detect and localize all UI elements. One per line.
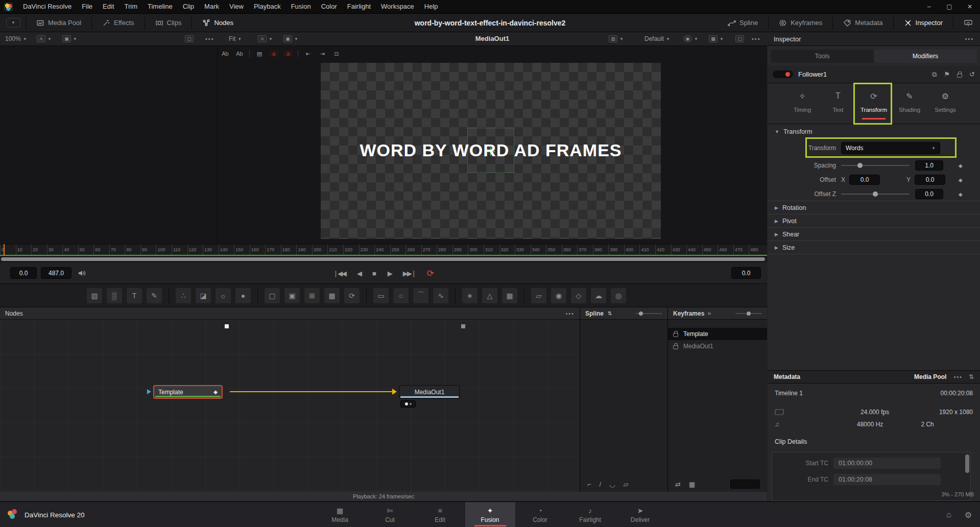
- indent-left-icon[interactable]: ⇤: [303, 51, 313, 57]
- tab-tools[interactable]: Tools: [771, 50, 874, 63]
- page-tab-media[interactable]: ▦Media: [315, 502, 365, 527]
- spline-button[interactable]: Spline: [723, 14, 763, 32]
- section-shear[interactable]: ▶Shear: [768, 227, 980, 241]
- effects-button[interactable]: Effects: [97, 14, 139, 32]
- template-output-connector[interactable]: [225, 324, 229, 328]
- page-tab-deliver[interactable]: ➤Deliver: [615, 502, 665, 527]
- offset-y-value[interactable]: 0.0: [915, 175, 945, 185]
- transform-section-header[interactable]: ▼ Transform: [768, 125, 980, 138]
- gear-icon[interactable]: ⚙: [965, 510, 972, 520]
- lut-dropdown[interactable]: Default▼: [644, 32, 670, 45]
- text-plus-tool[interactable]: T: [127, 288, 142, 303]
- corner-pin-tool[interactable]: ▱: [531, 288, 546, 303]
- viewer-split-divider[interactable]: [217, 46, 218, 244]
- background-tool[interactable]: ▨: [87, 288, 102, 303]
- particles-tool[interactable]: ∴: [176, 288, 191, 303]
- shape-3d-tool[interactable]: ◇: [571, 288, 586, 303]
- camera-3d-tool[interactable]: ◎: [611, 288, 626, 303]
- metadata-button[interactable]: Metadata: [838, 14, 888, 32]
- roi2-button[interactable]: ▢: [735, 32, 744, 45]
- indent-right-icon[interactable]: ⇥: [318, 51, 327, 57]
- spacing-value[interactable]: 1.0: [915, 160, 943, 171]
- mediaout-input-arrow-icon[interactable]: [392, 389, 397, 395]
- shape-box-icon[interactable]: ▱: [624, 481, 629, 488]
- smooth-curve-icon[interactable]: ◡: [609, 481, 615, 488]
- subtab-text[interactable]: TText: [825, 89, 851, 124]
- subtab-transform[interactable]: ⟳Transform: [861, 89, 887, 124]
- go-to-end-button[interactable]: ▶▶❘: [403, 270, 416, 277]
- page-tab-edit[interactable]: ≡Edit: [415, 502, 465, 527]
- nodes-options-button[interactable]: •••: [565, 310, 575, 317]
- stop-button[interactable]: ■: [372, 270, 376, 277]
- menu-clip[interactable]: Clip: [178, 0, 199, 13]
- play-reverse-button[interactable]: ◀: [357, 270, 361, 277]
- spline-zoom-slider[interactable]: [636, 313, 662, 314]
- media-pool-button[interactable]: Media Pool: [31, 14, 86, 32]
- pin-icon[interactable]: ⚑: [944, 70, 950, 78]
- menu-fairlight[interactable]: Fairlight: [342, 0, 376, 13]
- offset-z-value[interactable]: 0.0: [915, 189, 943, 199]
- channel-a2-dropdown[interactable]: A▼: [258, 32, 273, 45]
- node-template[interactable]: Template ◆: [153, 385, 223, 399]
- menu-playback[interactable]: Playback: [249, 0, 286, 13]
- menu-davinci-resolve[interactable]: DaVinci Resolve: [18, 0, 77, 13]
- go-to-start-button[interactable]: ❘◀◀: [333, 270, 346, 277]
- node-graph[interactable]: Template ◆ MediaOut1: [0, 320, 580, 492]
- merge-3d-tool[interactable]: ☁: [591, 288, 606, 303]
- follower-enable-toggle[interactable]: [773, 70, 793, 78]
- section-size[interactable]: ▶Size: [768, 241, 980, 254]
- keyframes-button[interactable]: Keyframes: [774, 14, 827, 32]
- paint-tool[interactable]: ✎: [147, 288, 162, 303]
- section-pivot[interactable]: ▶Pivot: [768, 214, 980, 227]
- slider-thumb[interactable]: [873, 191, 878, 197]
- buffer-dropdown[interactable]: ▣▼: [62, 32, 77, 45]
- timeline-ruler[interactable]: 0102030405060708090100110120130140150160…: [0, 244, 767, 256]
- subtab-shading[interactable]: ✎Shading: [896, 89, 923, 124]
- menu-trim[interactable]: Trim: [119, 0, 143, 13]
- merge-tool[interactable]: ⊞: [304, 288, 320, 303]
- clip-details-scrollbar[interactable]: [965, 454, 969, 473]
- viewer-assignment-badge[interactable]: [400, 400, 416, 408]
- current-frame-field[interactable]: 0.0: [731, 267, 761, 279]
- zoom-dropdown[interactable]: 100%▼: [5, 32, 27, 45]
- lock-icon[interactable]: [957, 74, 962, 78]
- keyframe-diamond-icon[interactable]: ◆: [959, 163, 963, 169]
- viewer-canvas[interactable]: WORD BY WORD AD FRAMES: [321, 63, 661, 239]
- image-plane-3d-tool[interactable]: ◉: [551, 288, 566, 303]
- page-tab-color[interactable]: ◔Color: [515, 502, 565, 527]
- loader-tool[interactable]: ▢: [265, 288, 280, 303]
- play-button[interactable]: ▶: [388, 270, 392, 277]
- loop-button[interactable]: ⟳: [427, 268, 434, 279]
- page-tab-fusion[interactable]: ✦Fusion: [465, 502, 515, 527]
- menu-mark[interactable]: Mark: [199, 0, 224, 13]
- subtab-settings[interactable]: ⚙Settings: [932, 89, 959, 124]
- transform-mode-dropdown[interactable]: Words ▼: [841, 142, 940, 154]
- transform-tool[interactable]: ⟳: [344, 288, 360, 303]
- slider-thumb[interactable]: [747, 312, 751, 316]
- menu-color[interactable]: Color: [316, 0, 342, 13]
- blur-tool[interactable]: ●: [235, 288, 251, 303]
- home-icon[interactable]: ⌂: [946, 510, 951, 519]
- template-input-arrow-icon[interactable]: [147, 389, 151, 394]
- color-corrector-tool[interactable]: ☼: [216, 288, 231, 303]
- menu-help[interactable]: Help: [419, 0, 443, 13]
- roi-button[interactable]: ▢: [185, 32, 194, 45]
- reset-icon[interactable]: ↺: [969, 70, 975, 78]
- spline-sort-icon[interactable]: ⇅: [608, 310, 612, 316]
- offset-x-value[interactable]: 0.0: [849, 175, 880, 185]
- metadata-sort-icon[interactable]: ⇅: [969, 373, 974, 380]
- underline-a[interactable]: Ab: [221, 51, 230, 57]
- menu-workspace[interactable]: Workspace: [376, 0, 419, 13]
- align-text-icon[interactable]: ▤: [255, 51, 264, 57]
- interface-toggle-chevron[interactable]: ▼: [6, 18, 20, 28]
- fast-noise-tool[interactable]: ▒: [107, 288, 122, 303]
- menu-file[interactable]: File: [77, 0, 98, 13]
- clips-button[interactable]: Clips: [150, 14, 187, 32]
- grid-dropdown[interactable]: ▦▼: [709, 32, 724, 45]
- node-connection-wire[interactable]: [230, 391, 393, 392]
- tab-stop-icon[interactable]: ⊡: [332, 51, 341, 57]
- close-button[interactable]: ✕: [960, 0, 980, 13]
- menu-fusion[interactable]: Fusion: [286, 0, 316, 13]
- maximize-button[interactable]: ▢: [939, 0, 960, 13]
- right-viewer-options[interactable]: •••: [752, 32, 761, 45]
